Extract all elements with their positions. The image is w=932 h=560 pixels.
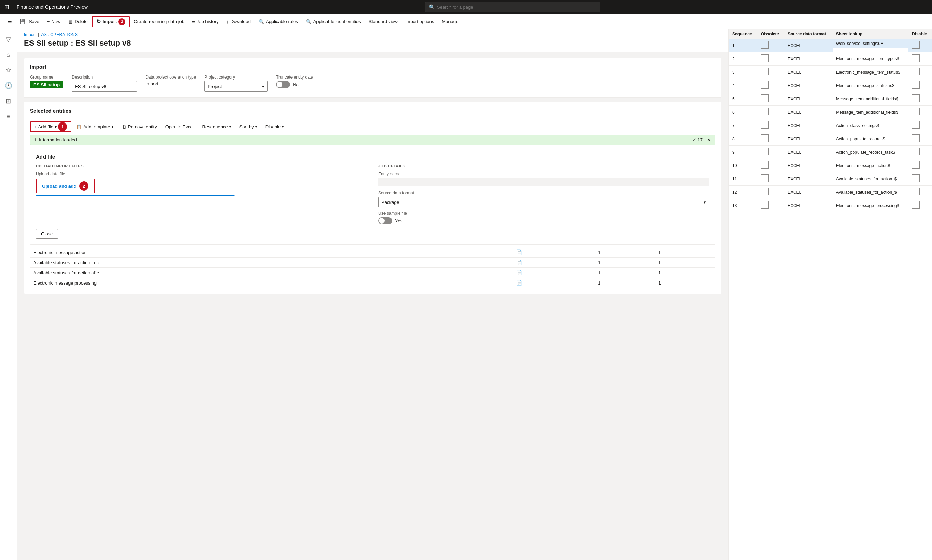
- search-input[interactable]: [437, 5, 597, 10]
- sheet-dropdown-icon[interactable]: ▾: [881, 41, 883, 46]
- entity-col1: 1: [594, 248, 655, 257]
- sidebar-icon-workspaces[interactable]: ⊞: [2, 94, 15, 108]
- group-name-group: Group name ES SII setup: [30, 75, 63, 88]
- disable-checkbox[interactable]: [912, 108, 920, 115]
- app-logo[interactable]: ⊞: [4, 3, 9, 11]
- remove-entity-icon: 🗑: [122, 124, 127, 129]
- right-table-row[interactable]: 2 EXCEL Electronic_message_item_types$: [729, 52, 932, 66]
- disable-checkbox[interactable]: [912, 41, 920, 49]
- obsolete-checkbox[interactable]: [761, 121, 769, 129]
- disable-checkbox[interactable]: [912, 94, 920, 102]
- obsolete-checkbox[interactable]: [761, 188, 769, 195]
- entity-name-input[interactable]: [378, 178, 709, 186]
- new-button[interactable]: + New: [43, 16, 64, 28]
- obsolete-cell: [758, 39, 784, 52]
- format-cell: EXCEL: [784, 52, 833, 66]
- obsolete-checkbox[interactable]: [761, 81, 769, 89]
- disable-checkbox[interactable]: [912, 201, 920, 209]
- obsolete-checkbox[interactable]: [761, 201, 769, 209]
- source-format-select[interactable]: Package ▾: [378, 197, 709, 208]
- disable-cell: [909, 159, 932, 172]
- open-excel-button[interactable]: Open in Excel: [162, 122, 198, 132]
- project-category-select[interactable]: Project ▾: [204, 81, 268, 92]
- disable-checkbox[interactable]: [912, 174, 920, 182]
- right-table-row[interactable]: 10 EXCEL Electronic_message_action$: [729, 159, 932, 172]
- table-row[interactable]: Electronic message action 📄 1 1: [30, 248, 715, 257]
- upload-and-add-button[interactable]: Upload and add 2: [36, 178, 95, 193]
- obsolete-checkbox[interactable]: [761, 94, 769, 102]
- upload-column: UPLOAD IMPORT FILES Upload data file Upl…: [36, 164, 367, 224]
- right-table-row[interactable]: 9 EXCEL Action_populate_records_task$: [729, 146, 932, 159]
- format-cell: EXCEL: [784, 132, 833, 146]
- right-table-row[interactable]: 12 EXCEL Available_statuses_for_action_$: [729, 186, 932, 199]
- create-recurring-button[interactable]: Create recurring data job: [130, 16, 188, 28]
- sort-by-chevron: ▾: [255, 125, 257, 129]
- operation-type-value: Import: [145, 81, 196, 86]
- disable-checkbox[interactable]: [912, 161, 920, 169]
- sort-by-button[interactable]: Sort by ▾: [236, 122, 261, 132]
- obsolete-checkbox[interactable]: [761, 54, 769, 62]
- table-row[interactable]: Available statuses for action afte... 📄 …: [30, 268, 715, 278]
- disable-cell: [909, 66, 932, 79]
- description-input[interactable]: [72, 81, 137, 92]
- manage-button[interactable]: Manage: [438, 16, 462, 28]
- add-file-button[interactable]: + Add file ▾ 1: [30, 122, 71, 132]
- disable-checkbox[interactable]: [912, 81, 920, 89]
- save-button[interactable]: 💾 Save: [16, 16, 43, 28]
- right-table-row[interactable]: 7 EXCEL Action_class_settings$: [729, 119, 932, 132]
- right-table-row[interactable]: 13 EXCEL Electronic_message_processing$: [729, 199, 932, 212]
- table-row[interactable]: Available statuses for action to c... 📄 …: [30, 257, 715, 268]
- right-table-row[interactable]: 1 EXCEL Web_service_settings$ ▾: [729, 39, 932, 52]
- resequence-button[interactable]: Resequence ▾: [199, 122, 235, 132]
- right-table-row[interactable]: 3 EXCEL Electronic_message_item_status$: [729, 66, 932, 79]
- obsolete-checkbox[interactable]: [761, 68, 769, 75]
- obsolete-checkbox[interactable]: [761, 148, 769, 155]
- sample-toggle[interactable]: [378, 217, 392, 224]
- right-table-row[interactable]: 5 EXCEL Message_item_additional_fields$: [729, 92, 932, 106]
- add-template-button[interactable]: 📋 Add template ▾: [73, 122, 117, 132]
- download-button[interactable]: ↓ Download: [223, 16, 254, 28]
- info-close[interactable]: ✕: [707, 137, 711, 143]
- operation-type-group: Data project operation type Import: [145, 75, 196, 86]
- sidebar-icon-star[interactable]: ☆: [2, 63, 15, 77]
- disable-button[interactable]: Disable ▾: [262, 122, 287, 132]
- sheet-cell: Action_populate_records$: [833, 132, 909, 146]
- obsolete-cell: [758, 172, 784, 186]
- applicable-legal-button[interactable]: 🔍 Applicable legal entities: [302, 16, 364, 28]
- delete-button[interactable]: 🗑 Delete: [65, 16, 91, 28]
- obsolete-checkbox[interactable]: [761, 174, 769, 182]
- obsolete-checkbox[interactable]: [761, 161, 769, 169]
- truncate-toggle[interactable]: [276, 81, 290, 88]
- close-button[interactable]: Close: [36, 229, 58, 238]
- import-button[interactable]: ↻ Import 3: [92, 16, 130, 28]
- format-cell: EXCEL: [784, 106, 833, 119]
- obsolete-checkbox[interactable]: [761, 134, 769, 142]
- breadcrumb-import[interactable]: Import: [24, 32, 36, 37]
- standard-view-button[interactable]: Standard view: [365, 16, 401, 28]
- disable-checkbox[interactable]: [912, 54, 920, 62]
- sidebar-icon-home[interactable]: ⌂: [2, 48, 15, 62]
- table-row[interactable]: Electronic message processing 📄 1 1: [30, 278, 715, 288]
- job-history-button[interactable]: ≡ Job history: [188, 16, 222, 28]
- obsolete-checkbox[interactable]: [761, 41, 769, 49]
- obsolete-cell: [758, 159, 784, 172]
- sidebar-icon-recent[interactable]: 🕐: [2, 78, 15, 92]
- disable-checkbox[interactable]: [912, 188, 920, 195]
- obsolete-checkbox[interactable]: [761, 108, 769, 115]
- entity-name-cell: Available statuses for action afte...: [30, 268, 513, 278]
- disable-checkbox[interactable]: [912, 68, 920, 75]
- sidebar-icon-list[interactable]: ≡: [2, 109, 15, 123]
- import-options-button[interactable]: Import options: [402, 16, 438, 28]
- right-table-row[interactable]: 11 EXCEL Available_statuses_for_action_$: [729, 172, 932, 186]
- remove-entity-button[interactable]: 🗑 Remove entity: [118, 122, 160, 132]
- right-table-row[interactable]: 8 EXCEL Action_populate_records$: [729, 132, 932, 146]
- disable-checkbox[interactable]: [912, 134, 920, 142]
- applicable-roles-button[interactable]: 🔍 Applicable roles: [255, 16, 302, 28]
- disable-checkbox[interactable]: [912, 121, 920, 129]
- disable-checkbox[interactable]: [912, 148, 920, 155]
- right-table-row[interactable]: 4 EXCEL Electronic_message_statuses$: [729, 79, 932, 92]
- right-table-row[interactable]: 6 EXCEL Message_item_additional_fields$: [729, 106, 932, 119]
- hamburger-button[interactable]: ☰: [4, 16, 15, 28]
- search-bar[interactable]: 🔍: [425, 2, 600, 12]
- sidebar-icon-filter[interactable]: ▽: [2, 32, 15, 46]
